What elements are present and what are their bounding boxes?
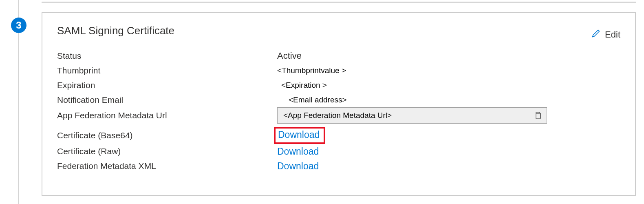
value-status: Active [277, 51, 620, 61]
pencil-icon [591, 29, 601, 41]
download-highlight-box: Download [274, 127, 325, 144]
label-notification-email: Notification Email [57, 95, 277, 105]
row-notification-email: Notification Email <Email address> [57, 93, 620, 107]
copy-button[interactable] [533, 111, 543, 120]
download-link-certificate-raw[interactable]: Download [277, 146, 319, 157]
card-header: SAML Signing Certificate Edit [57, 24, 620, 37]
value-expiration: <Expiration > [277, 81, 327, 90]
download-link-certificate-base64[interactable]: Download [278, 129, 320, 140]
download-link-federation-metadata-xml[interactable]: Download [277, 161, 319, 172]
metadata-url-field[interactable]: <App Federation Metadata Url> [277, 107, 547, 124]
row-app-federation-metadata-url: App Federation Metadata Url <App Federat… [57, 107, 620, 124]
label-certificate-raw: Certificate (Raw) [57, 146, 277, 156]
label-federation-metadata-xml: Federation Metadata XML [57, 161, 277, 171]
step-number-badge: 3 [11, 18, 26, 33]
label-status: Status [57, 51, 277, 61]
row-status: Status Active [57, 49, 620, 63]
row-certificate-base64: Certificate (Base64) Download [57, 127, 620, 144]
copy-icon [534, 111, 541, 120]
step-number: 3 [16, 20, 21, 31]
row-expiration: Expiration <Expiration > [57, 78, 620, 93]
row-federation-metadata-xml: Federation Metadata XML Download [57, 159, 620, 173]
label-app-federation-metadata-url: App Federation Metadata Url [57, 111, 277, 120]
label-thumbprint: Thumbprint [57, 66, 277, 75]
label-certificate-base64: Certificate (Base64) [57, 131, 277, 140]
previous-card-bottom-edge [42, 2, 636, 3]
value-app-federation-metadata-url: <App Federation Metadata Url> [283, 111, 392, 120]
label-expiration: Expiration [57, 80, 277, 90]
saml-signing-certificate-card: SAML Signing Certificate Edit Status Act… [42, 12, 636, 196]
card-title: SAML Signing Certificate [57, 24, 620, 37]
value-thumbprint: <Thumbprintvalue > [277, 66, 346, 75]
row-certificate-raw: Certificate (Raw) Download [57, 144, 620, 159]
row-thumbprint: Thumbprint <Thumbprintvalue > [57, 63, 620, 78]
edit-button[interactable]: Edit [591, 29, 620, 41]
value-notification-email: <Email address> [277, 95, 347, 104]
edit-label: Edit [605, 29, 620, 40]
field-rows: Status Active Thumbprint <Thumbprintvalu… [57, 49, 620, 173]
svg-rect-0 [536, 113, 540, 119]
